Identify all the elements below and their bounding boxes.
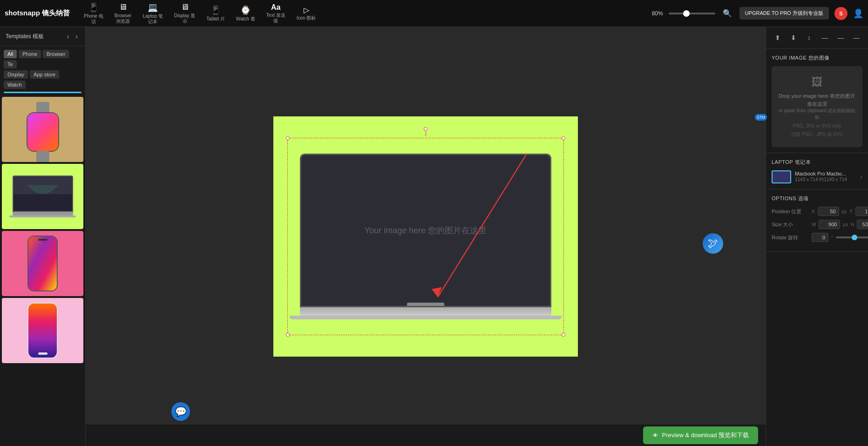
search-button[interactable]: 🔍: [721, 7, 734, 20]
alignment-icons: ⬆ ⬇ ↕ — — —: [766, 27, 868, 49]
preview-download-button[interactable]: 👁 Preview & download 预览和下载: [643, 426, 758, 444]
size-w-input[interactable]: [819, 220, 840, 229]
align-middle-icon[interactable]: ⬇: [787, 32, 800, 44]
watch-label: Watch 着: [236, 16, 255, 22]
nav-next[interactable]: ›: [74, 32, 80, 41]
device-icon[interactable]: ▷ Icon 图标: [292, 4, 321, 23]
filter-display[interactable]: Display: [4, 70, 28, 79]
phone-white-preview: [27, 303, 58, 358]
device-phone[interactable]: 📱 Phone 电话: [79, 0, 108, 27]
canvas-green-bg[interactable]: Your image here 您的图片在这里: [273, 116, 578, 357]
icon-label: Icon 图标: [297, 15, 316, 21]
filter-watch[interactable]: Watch: [4, 81, 26, 89]
device-laptop[interactable]: 💻 Laptop 笔记本: [138, 0, 167, 27]
position-y-input[interactable]: [855, 207, 868, 216]
device-display[interactable]: 🖥 Display 显示: [170, 0, 200, 26]
zoom-label: 80%: [652, 10, 663, 17]
image-placeholder-text: Your image here 您的图片在这里: [365, 225, 487, 236]
laptop-body: [300, 307, 551, 316]
browser-label: Browser浏览器: [115, 13, 132, 24]
nav-arrows: ‹ ›: [65, 32, 80, 41]
device-tablet[interactable]: 📱 Tablet 片: [202, 3, 229, 24]
canvas-laptop[interactable]: Your image here 您的图片在这里: [300, 154, 551, 319]
options-section: OPTIONS 选项 Position 位置 X px Y px Size 大小…: [766, 189, 868, 252]
watch-icon: ⌚: [240, 5, 251, 15]
main-layout: Templates 模板 ‹ › All Phone Browser Te Di…: [0, 27, 868, 446]
options-title: OPTIONS 选项: [772, 195, 862, 202]
user-avatar[interactable]: S: [834, 7, 848, 20]
filter-te[interactable]: Te: [4, 60, 17, 68]
templates-title: Templates 模板: [6, 33, 44, 41]
template-laptop[interactable]: [2, 164, 83, 229]
laptop-icon: 💻: [148, 2, 158, 13]
align-center-icon[interactable]: —: [834, 32, 847, 44]
position-x-input[interactable]: [818, 207, 839, 216]
right-panel: ⬆ ⬇ ↕ — — — YOUR IMAGE 您的图像 🖼 Drop your …: [766, 27, 868, 446]
zoom-slider[interactable]: [669, 13, 715, 14]
phone-label: Phone 电话: [84, 14, 103, 25]
filter-browser[interactable]: Browser: [43, 50, 69, 58]
handle-bottom-left[interactable]: [286, 333, 290, 337]
format-text-zh: 仅限 PNG、JPG 或 SVG: [776, 131, 858, 138]
filter-all[interactable]: All: [4, 50, 17, 58]
drop-text: Drop your image here 将您的图片放在这里: [776, 92, 858, 108]
size-h-input[interactable]: [857, 220, 868, 229]
rotate-handle[interactable]: [424, 127, 427, 131]
toolbar: shotsnapp 镜头纳普 📱 Phone 电话 🖥 Browser浏览器 💻…: [0, 0, 868, 27]
px-x-label: px: [842, 209, 847, 214]
handle-bottom-right[interactable]: [562, 333, 565, 337]
laptop-name: Macbook Pro Macbo...: [795, 171, 856, 176]
template-phone-white[interactable]: [2, 298, 83, 363]
align-bottom-icon[interactable]: ↕: [803, 32, 815, 44]
handle-top-left[interactable]: [286, 136, 290, 140]
preview-bar: 👁 Preview & download 预览和下载: [86, 425, 766, 446]
degree-label: °: [831, 235, 833, 240]
nav-prev[interactable]: ‹: [65, 32, 71, 41]
laptop-selector[interactable]: Macbook Pro Macbo... 1143 x 714 约1143 x …: [772, 170, 862, 183]
handle-top-right[interactable]: [562, 136, 565, 140]
preview-btn-label: Preview & download 预览和下载: [662, 431, 749, 439]
laptop-info-text: Macbook Pro Macbo... 1143 x 714 约1143 x …: [795, 171, 856, 183]
laptop-section: LAPTOP 笔记本 Macbook Pro Macbo... 1143 x 7…: [766, 153, 868, 189]
drop-image-icon: 🖼: [776, 75, 858, 88]
laptop-notch: [407, 303, 444, 306]
phone-pink-preview: [27, 236, 58, 291]
w-label: W: [812, 222, 816, 227]
align-left-icon[interactable]: —: [819, 32, 831, 44]
app-logo: shotsnapp 镜头纳普: [5, 9, 70, 18]
upgrade-button[interactable]: UPGRADE TO PRO 升级到专业版: [739, 7, 829, 20]
toolbar-right: 80% 🔍 UPGRADE TO PRO 升级到专业版 S 👤: [652, 7, 863, 20]
device-text[interactable]: Aa Text 发送值: [262, 1, 290, 26]
tablet-icon: 📱: [210, 5, 221, 15]
template-watch[interactable]: [2, 97, 83, 162]
text-label: Text 发送值: [266, 13, 285, 24]
filter-phone[interactable]: Phone: [19, 50, 41, 58]
filter-appstore[interactable]: App store: [30, 70, 59, 79]
laptop-label: Laptop 笔记本: [142, 14, 163, 25]
or-clipboard-text: or paste from clipboard 或从剪贴板粘贴: [776, 108, 858, 121]
canvas-screen-inner: Your image here 您的图片在这里: [301, 155, 550, 306]
filter-tabs-row2: Display App store Watch: [0, 68, 85, 92]
canvas-laptop-screen: Your image here 您的图片在这里: [300, 154, 551, 307]
bird-icon[interactable]: 🕊: [703, 233, 723, 254]
size-label: Size 大小: [772, 221, 809, 228]
chat-button[interactable]: 💬: [171, 402, 190, 421]
px-w-label: px: [843, 222, 848, 227]
laptop-thumbnail: [772, 170, 791, 183]
template-phone-pink[interactable]: [2, 231, 83, 296]
user-profile-icon[interactable]: 👤: [853, 8, 863, 19]
rotate-value-input[interactable]: [812, 233, 828, 242]
badge-57m: 57M: [755, 114, 767, 121]
template-list: [0, 95, 85, 446]
laptop-arrow-icon: ›: [860, 173, 862, 181]
canvas-area: Your image here 您的图片在这里 💬 👁 Preview & do…: [86, 27, 766, 446]
align-right-icon[interactable]: —: [850, 32, 862, 44]
device-watch[interactable]: ⌚ Watch 着: [231, 3, 260, 24]
h-label: H: [851, 222, 854, 227]
text-icon: Aa: [271, 3, 280, 12]
rotate-slider[interactable]: [836, 237, 868, 238]
size-row: Size 大小 W px H px: [772, 220, 862, 229]
drop-zone[interactable]: 🖼 Drop your image here 将您的图片放在这里 or past…: [772, 66, 862, 147]
align-top-icon[interactable]: ⬆: [772, 32, 784, 44]
device-browser[interactable]: 🖥 Browser浏览器: [110, 0, 136, 26]
